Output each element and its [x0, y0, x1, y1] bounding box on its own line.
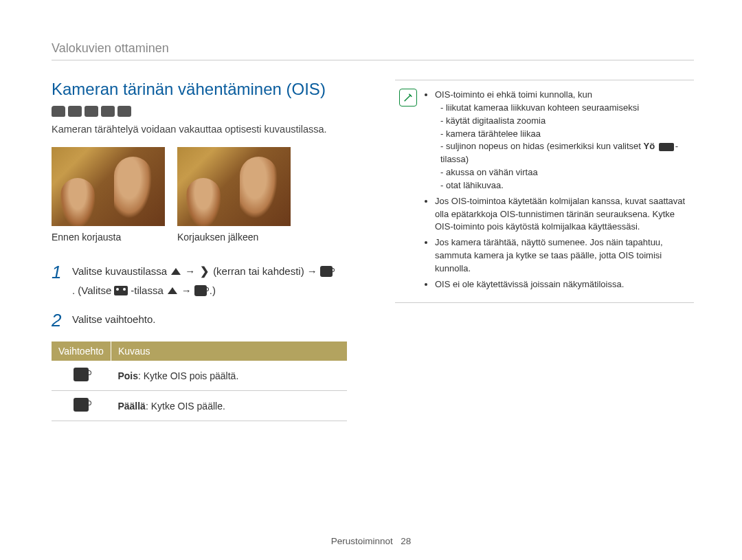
photo-after — [177, 147, 291, 226]
step-1-text-e: .) — [210, 282, 216, 299]
table-row: Päällä: Kytke OIS päälle. — [52, 391, 347, 421]
up-triangle-icon-2 — [166, 286, 179, 295]
caption-after: Korjauksen jälkeen — [177, 232, 291, 243]
step-1-text-b: (kerran tai kahdesti) — [213, 263, 304, 280]
mode-icons-row — [52, 106, 368, 117]
step-2: 2 Valitse vaihtoehto. — [52, 311, 368, 329]
row-on-desc: : Kytke OIS päälle. — [146, 401, 225, 412]
note-1a: liikutat kameraa liikkuvan kohteen seura… — [440, 102, 690, 115]
footer-page-number: 28 — [401, 536, 411, 546]
scene-badge-icon — [659, 143, 674, 151]
note-icon — [399, 89, 417, 107]
comparison-photos — [52, 147, 368, 226]
ois-hand-icon — [320, 266, 333, 277]
arrow-text: → — [185, 263, 195, 280]
note-1: OIS-toiminto ei ehkä toimi kunnolla, kun — [435, 89, 592, 100]
note-item: Jos kamera tärähtää, näyttö sumenee. Jos… — [435, 236, 690, 276]
row-off-label: Pois — [117, 370, 138, 381]
footer-section: Perustoiminnot — [331, 536, 393, 546]
note-1d-b: Yö — [644, 141, 655, 151]
options-header-desc: Kuvaus — [111, 341, 347, 361]
step-1-text-a: Valitse kuvaustilassa — [72, 263, 167, 280]
mode-auto-icon — [52, 106, 65, 117]
up-triangle-icon — [170, 267, 182, 276]
row-on-label: Päällä — [117, 401, 145, 412]
mode-smart-icon — [101, 106, 115, 117]
arrow-text-2: → — [307, 263, 317, 280]
options-header-option: Vaihtoehto — [52, 341, 111, 361]
note-1d: suljinon nopeus on hidas (esimerkiksi ku… — [440, 140, 690, 166]
ois-off-icon — [74, 368, 89, 381]
ois-on-icon — [74, 398, 89, 412]
step-1: 1 Valitse kuvaustilassa → ❯ (kerran tai … — [52, 263, 368, 299]
breadcrumb: Valokuvien ottaminen — [52, 41, 694, 60]
intro-text: Kameran tärähtelyä voidaan vakauttaa opt… — [52, 124, 368, 135]
note-1e: akussa on vähän virtaa — [440, 166, 690, 179]
mode-program-icon — [68, 106, 82, 117]
table-row: Pois: Kytke OIS pois päältä. — [52, 361, 347, 391]
note-item: OIS ei ole käytettävissä joissain näkymä… — [435, 278, 690, 291]
step-1-text-c: . (Valitse — [72, 282, 111, 299]
note-1d-a: suljinon nopeus on hidas (esimerkiksi ku… — [446, 141, 644, 151]
note-1b: käytät digitaalista zoomia — [440, 115, 690, 128]
note-1f: otat lähikuvaa. — [440, 179, 690, 192]
step-2-number: 2 — [52, 311, 64, 329]
page-title: Kameran tärinän vähentäminen (OIS) — [52, 80, 368, 99]
mode-movie-icon — [117, 106, 131, 117]
photo-before — [52, 147, 165, 226]
mode-scene-icon — [85, 106, 98, 117]
note-box: OIS-toiminto ei ehkä toimi kunnolla, kun… — [395, 80, 694, 303]
step-2-text: Valitse vaihtoehto. — [72, 311, 155, 328]
arrow-text-3: → — [181, 282, 192, 299]
note-1c: kamera tärähtelee liikaa — [440, 128, 690, 141]
step-1-number: 1 — [52, 263, 64, 281]
note-item: OIS-toiminto ei ehkä toimi kunnolla, kun… — [435, 89, 690, 192]
note-item: Jos OIS-toimintoa käytetään kolmijalan k… — [435, 195, 690, 234]
row-off-desc: : Kytke OIS pois päältä. — [138, 370, 238, 381]
caption-before: Ennen korjausta — [52, 232, 165, 243]
page-footer: Perustoiminnot 28 — [0, 536, 742, 546]
smart-mode-icon — [114, 286, 128, 295]
ois-hand-icon-2 — [194, 285, 207, 296]
chevron-right-icon: ❯ — [198, 267, 210, 276]
options-table: Vaihtoehto Kuvaus Pois: Kytke OIS pois p… — [52, 341, 347, 421]
step-1-text-d: -tilassa — [131, 282, 164, 299]
